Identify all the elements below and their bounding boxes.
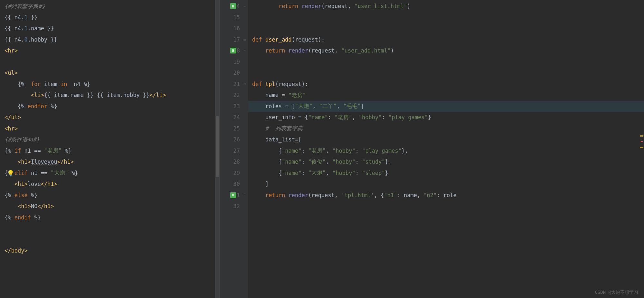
code-line[interactable]: {"name": "大炮", "hobby": "sleep"} (248, 168, 644, 179)
gutter-line[interactable]: H18− (220, 45, 248, 56)
code-line[interactable] (248, 23, 644, 34)
left-scrollbar[interactable] (215, 0, 220, 298)
html-file-icon: H (230, 3, 236, 9)
fold-icon[interactable]: ⊟ (243, 37, 246, 42)
code-line[interactable]: def user_add(request): (248, 34, 644, 45)
code-line[interactable]: return render(request, 'tpl.html', {"n1"… (248, 190, 644, 201)
code-line[interactable] (248, 12, 644, 23)
code-line[interactable]: <ul> (5, 67, 220, 79)
gutter-line[interactable]: 32 (220, 201, 248, 212)
code-line[interactable] (248, 67, 644, 79)
gutter-line[interactable]: 24 (220, 112, 248, 123)
scroll-thumb[interactable] (216, 116, 219, 177)
right-code-area[interactable]: return render(request, "user_list.html")… (248, 0, 644, 298)
right-gutter[interactable]: H14− 15 16 17⊟ H18− 19 20 21⊟ 22 23 24 2… (220, 0, 248, 298)
gutter-line[interactable]: 28 (220, 156, 248, 168)
code-line[interactable] (5, 56, 220, 68)
code-line[interactable]: {{ n4.1.name }} (5, 23, 220, 34)
gutter-line[interactable]: 23 (220, 101, 248, 112)
gutter-line[interactable]: 25 (220, 123, 248, 134)
gutter-line[interactable]: 26 (220, 134, 248, 145)
code-line[interactable]: user_info = {"name": "老房", "hobby": "pla… (248, 112, 644, 123)
gutter-line[interactable]: 15 (220, 12, 248, 23)
code-line[interactable]: roles = ["大炮", "二丫", "毛毛"] (248, 101, 644, 112)
warning-mark[interactable] (640, 147, 643, 148)
code-line[interactable]: {% elif n1 == "大炮" %} (5, 168, 220, 179)
code-line[interactable] (248, 201, 644, 212)
code-line[interactable]: return render(request, "user_add.html") (248, 45, 644, 56)
gutter-line[interactable]: 29 (220, 168, 248, 179)
warning-mark[interactable] (640, 135, 643, 137)
code-line[interactable]: # 列表套字典 (248, 123, 644, 134)
code-line[interactable]: {#列表套字典#} (5, 1, 220, 12)
code-line[interactable]: <li>{{ item.name }} {{ item.hobby }}</li… (5, 90, 220, 101)
code-line[interactable]: {"name": "俊俊", "hobby": "study"}, (248, 156, 644, 168)
gutter-line[interactable]: H31− (220, 190, 248, 201)
code-line[interactable]: </ul> (5, 112, 220, 123)
right-error-stripe[interactable] (639, 0, 644, 298)
code-line[interactable]: {% if n1 == "老房" %} (5, 145, 220, 157)
code-line[interactable]: <h1>NO</h1> (5, 201, 220, 212)
code-line[interactable] (248, 56, 644, 68)
gutter-line[interactable]: 19 (220, 56, 248, 68)
code-line[interactable]: name = "老房" (248, 90, 644, 101)
html-file-icon: H (230, 48, 236, 53)
error-mark[interactable] (641, 141, 643, 142)
gutter-line[interactable]: 21⊟ (220, 79, 248, 90)
code-line[interactable]: </body> (5, 245, 220, 256)
gutter-line[interactable]: 22 (220, 90, 248, 101)
code-line[interactable]: {#条件语句#} (5, 134, 220, 145)
code-line[interactable]: {% endfor %} (5, 101, 220, 112)
code-line[interactable]: {% for item in n4 %} (5, 79, 220, 90)
code-line[interactable] (5, 234, 220, 245)
left-code-area[interactable]: {#列表套字典#} {{ n4.1 }} {{ n4.1.name }} {{ … (0, 0, 220, 256)
intention-bulb-icon[interactable]: 💡 (7, 170, 14, 177)
left-editor-pane[interactable]: {#列表套字典#} {{ n4.1 }} {{ n4.1.name }} {{ … (0, 0, 220, 298)
fold-icon[interactable]: − (243, 4, 246, 8)
code-line[interactable]: {{ n4.0.hobby }} (5, 34, 220, 45)
code-line[interactable]: <hr> (5, 123, 220, 134)
gutter-line[interactable]: 16 (220, 23, 248, 34)
code-line[interactable]: def tpl(request): (248, 79, 644, 90)
code-line[interactable]: {"name": "老房", "hobby": "play games"}, (248, 145, 644, 157)
code-line[interactable]: <h1>love</h1> (5, 178, 220, 190)
code-line[interactable]: data_list=[ (248, 134, 644, 145)
gutter-line[interactable]: 27 (220, 145, 248, 157)
gutter-line[interactable]: 30 (220, 178, 248, 190)
code-line[interactable]: {% endif %} (5, 212, 220, 223)
gutter-line[interactable]: 17⊟ (220, 34, 248, 45)
code-line[interactable]: <h1>Iloveyou</h1> (5, 156, 220, 168)
code-line[interactable]: {% else %} (5, 190, 220, 201)
code-line[interactable]: ] (248, 178, 644, 190)
right-editor-pane[interactable]: H14− 15 16 17⊟ H18− 19 20 21⊟ 22 23 24 2… (220, 0, 644, 298)
fold-icon[interactable]: − (243, 193, 246, 197)
code-line[interactable]: <hr> (5, 45, 220, 56)
html-file-icon: H (230, 192, 236, 198)
fold-icon[interactable]: − (243, 49, 246, 53)
code-line[interactable]: return render(request, "user_list.html") (248, 1, 644, 12)
gutter-line[interactable]: 20 (220, 67, 248, 79)
fold-icon[interactable]: ⊟ (243, 82, 246, 86)
code-line[interactable] (5, 223, 220, 234)
watermark: CSDN @大炮不想学习 (595, 290, 638, 295)
gutter-line[interactable]: H14− (220, 1, 248, 12)
code-line[interactable]: {{ n4.1 }} (5, 12, 220, 23)
